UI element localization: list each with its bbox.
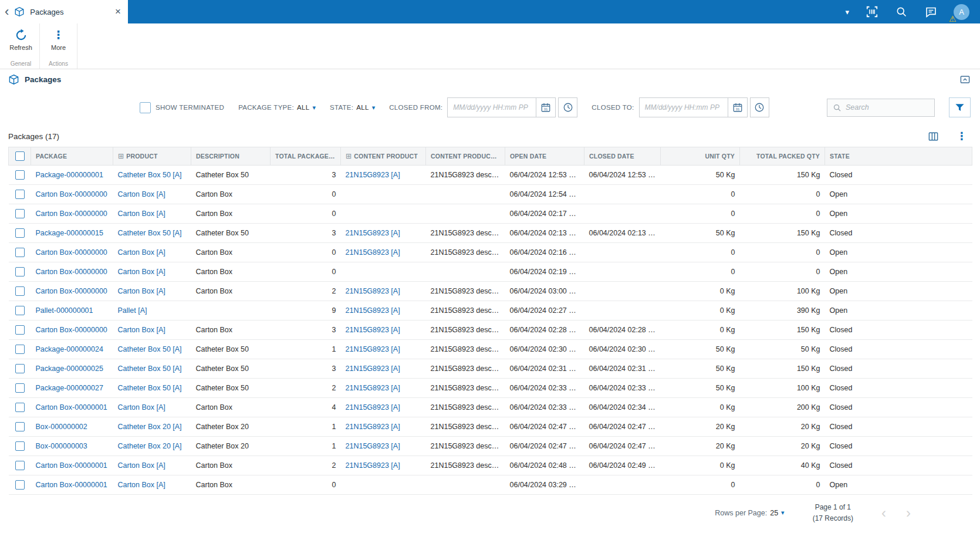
table-row[interactable]: Carton Box-00000001 Carton Box [A] Carto… (9, 475, 972, 495)
closed-from-input[interactable] (448, 98, 536, 117)
cell-package[interactable]: Carton Box-00000001 (31, 475, 113, 495)
table-row[interactable]: Carton Box-00000000 Carton Box [A] Carto… (9, 282, 972, 301)
cell-package[interactable]: Pallet-000000001 (31, 301, 113, 321)
table-row[interactable]: Carton Box-00000000 Carton Box [A] Carto… (9, 321, 972, 340)
select-all-checkbox[interactable] (15, 151, 25, 161)
user-avatar[interactable]: A ⚠ (954, 4, 969, 20)
row-checkbox[interactable] (15, 267, 25, 276)
cell-package[interactable]: Box-000000003 (31, 437, 113, 456)
col-state[interactable]: STATE (825, 147, 972, 166)
cell-package[interactable]: Box-000000002 (31, 417, 113, 437)
row-checkbox[interactable] (15, 461, 25, 470)
cell-product[interactable]: Carton Box [A] (113, 185, 191, 204)
row-checkbox[interactable] (15, 325, 25, 335)
cell-content-product[interactable]: 21N15G8923 [A] (341, 340, 426, 359)
table-row[interactable]: Carton Box-00000001 Carton Box [A] Carto… (9, 456, 972, 475)
cell-product[interactable]: Carton Box [A] (113, 321, 191, 340)
cell-package[interactable]: Package-000000015 (31, 224, 113, 243)
cell-package[interactable]: Carton Box-00000000 (31, 321, 113, 340)
cell-package[interactable]: Carton Box-00000001 (31, 398, 113, 417)
search-icon[interactable] (895, 5, 908, 18)
cell-package[interactable]: Carton Box-00000000 (31, 243, 113, 262)
cell-content-product[interactable]: 21N15G8923 [A] (341, 224, 426, 243)
more-button[interactable]: ⋮ More (51, 29, 66, 51)
closed-to-clock-icon[interactable] (750, 97, 769, 117)
refresh-button[interactable]: Refresh (9, 29, 32, 51)
cell-product[interactable]: Pallet [A] (113, 301, 191, 321)
cell-package[interactable]: Package-000000025 (31, 359, 113, 379)
barcode-scan-icon[interactable] (866, 5, 878, 18)
cell-product[interactable]: Carton Box [A] (113, 456, 191, 475)
cell-package[interactable]: Carton Box-00000000 (31, 262, 113, 282)
chat-icon[interactable] (924, 5, 937, 18)
table-row[interactable]: Pallet-000000001 Pallet [A] 9 21N15G8923… (9, 301, 972, 321)
back-chevron-icon[interactable]: ‹ (5, 5, 9, 18)
table-row[interactable]: Package-000000027 Catheter Box 50 [A] Ca… (9, 379, 972, 398)
col-content-product[interactable]: ⊞CONTENT PRODUCT (341, 147, 426, 166)
col-total-package-qty[interactable]: TOTAL PACKAGE QTY (271, 147, 341, 166)
table-row[interactable]: Carton Box-00000000 Carton Box [A] Carto… (9, 262, 972, 282)
col-open-date[interactable]: OPEN DATE (505, 147, 584, 166)
cell-product[interactable]: Catheter Box 20 [A] (113, 437, 191, 456)
row-checkbox[interactable] (15, 383, 25, 393)
row-checkbox[interactable] (15, 170, 25, 180)
cell-package[interactable]: Carton Box-00000000 (31, 282, 113, 301)
cell-content-product[interactable]: 21N15G8923 [A] (341, 321, 426, 340)
column-chooser-icon[interactable] (928, 131, 939, 142)
topbar-dropdown-caret-icon[interactable]: ▾ (845, 8, 849, 16)
closed-from-calendar-icon[interactable]: 31 (536, 98, 555, 117)
cell-product[interactable]: Catheter Box 50 [A] (113, 224, 191, 243)
state-dropdown[interactable]: STATE: ALL ▾ (330, 104, 375, 112)
row-checkbox[interactable] (15, 228, 25, 238)
packages-tab[interactable]: ‹ Packages × (0, 0, 128, 23)
col-unit-qty[interactable]: UNIT QTY (661, 147, 740, 166)
close-tab-icon[interactable]: × (115, 6, 121, 18)
search-input[interactable] (846, 103, 929, 112)
collapse-panel-icon[interactable] (959, 74, 971, 85)
cell-product[interactable]: Carton Box [A] (113, 398, 191, 417)
closed-to-calendar-icon[interactable]: 31 (728, 98, 747, 117)
cell-package[interactable]: Package-000000024 (31, 340, 113, 359)
cell-content-product[interactable] (341, 185, 426, 204)
cell-content-product[interactable]: 21N15G8923 [A] (341, 359, 426, 379)
cell-product[interactable]: Catheter Box 50 [A] (113, 359, 191, 379)
cell-content-product[interactable]: 21N15G8923 [A] (341, 166, 426, 185)
table-row[interactable]: Package-000000024 Catheter Box 50 [A] Ca… (9, 340, 972, 359)
table-row[interactable]: Carton Box-00000000 Carton Box [A] Carto… (9, 204, 972, 224)
cell-package[interactable]: Package-000000027 (31, 379, 113, 398)
next-page-icon[interactable]: › (906, 506, 911, 520)
col-content-product-desc[interactable]: CONTENT PRODUCT DE... (426, 147, 505, 166)
col-closed-date[interactable]: CLOSED DATE (584, 147, 661, 166)
cell-package[interactable]: Carton Box-00000001 (31, 456, 113, 475)
closed-to-input[interactable] (640, 98, 728, 117)
row-checkbox[interactable] (15, 345, 25, 354)
cell-product[interactable]: Catheter Box 50 [A] (113, 379, 191, 398)
cell-content-product[interactable]: 21N15G8923 [A] (341, 243, 426, 262)
table-row[interactable]: Carton Box-00000000 Carton Box [A] Carto… (9, 243, 972, 262)
table-row[interactable]: Box-000000002 Catheter Box 20 [A] Cathet… (9, 417, 972, 437)
cell-package[interactable]: Carton Box-00000000 (31, 185, 113, 204)
table-row[interactable]: Box-000000003 Catheter Box 20 [A] Cathet… (9, 437, 972, 456)
cell-content-product[interactable]: 21N15G8923 [A] (341, 379, 426, 398)
cell-content-product[interactable]: 21N15G8923 [A] (341, 282, 426, 301)
cell-package[interactable]: Carton Box-00000000 (31, 204, 113, 224)
cell-content-product[interactable] (341, 475, 426, 495)
cell-product[interactable]: Carton Box [A] (113, 262, 191, 282)
cell-content-product[interactable] (341, 204, 426, 224)
filter-funnel-button[interactable] (949, 97, 971, 117)
cell-product[interactable]: Catheter Box 50 [A] (113, 340, 191, 359)
cell-product[interactable]: Catheter Box 20 [A] (113, 417, 191, 437)
col-description[interactable]: DESCRIPTION (191, 147, 271, 166)
row-checkbox[interactable] (15, 441, 25, 451)
col-package[interactable]: PACKAGE (31, 147, 113, 166)
table-row[interactable]: Package-000000025 Catheter Box 50 [A] Ca… (9, 359, 972, 379)
closed-from-clock-icon[interactable] (558, 97, 577, 117)
cell-content-product[interactable] (341, 262, 426, 282)
col-total-packed-qty[interactable]: TOTAL PACKED QTY (740, 147, 825, 166)
row-checkbox[interactable] (15, 480, 25, 490)
cell-content-product[interactable]: 21N15G8923 [A] (341, 437, 426, 456)
table-menu-dots-icon[interactable]: ⋮ (957, 130, 967, 143)
row-checkbox[interactable] (15, 209, 25, 218)
row-checkbox[interactable] (15, 306, 25, 315)
cell-content-product[interactable]: 21N15G8923 [A] (341, 301, 426, 321)
